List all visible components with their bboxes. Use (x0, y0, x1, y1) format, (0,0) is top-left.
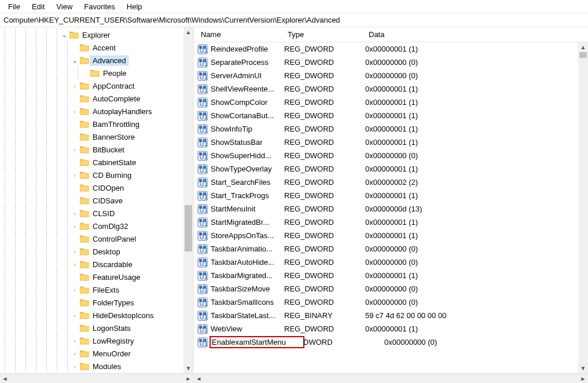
scroll-thumb[interactable] (579, 52, 587, 58)
tree-item[interactable]: ›LowRegistry (2, 334, 193, 347)
folder-icon (80, 120, 89, 128)
value-row[interactable]: ReindexedProfileREG_DWORD0x00000001 (1) (194, 42, 588, 56)
value-row[interactable]: ShowSuperHidd...REG_DWORD0x00000000 (0) (194, 149, 588, 162)
tree-item[interactable]: BannerStore (2, 130, 193, 143)
expand-icon[interactable]: ⌄ (71, 57, 78, 64)
menu-favorites[interactable]: Favorites (79, 1, 119, 12)
expand-icon[interactable]: › (71, 363, 78, 370)
value-data: 0x00000001 (1) (365, 85, 588, 93)
expand-icon[interactable]: › (71, 351, 78, 357)
menu-view[interactable]: View (52, 1, 77, 12)
tree-item[interactable]: ControlPanel (2, 232, 193, 245)
value-type: REG_DWORD (284, 245, 365, 253)
value-row[interactable]: Start_TrackProgsREG_DWORD0x00000001 (1) (194, 189, 588, 202)
value-row[interactable]: EnablexamlStartMenuDWORD0x00000000 (0) (194, 335, 588, 349)
expand-icon[interactable]: › (71, 261, 78, 268)
tree-item[interactable]: BamThrottling (2, 118, 193, 130)
tree-item[interactable]: ›ComDlg32 (2, 220, 193, 232)
value-row[interactable]: StoreAppsOnTas...REG_DWORD0x00000001 (1) (194, 229, 588, 242)
value-row[interactable]: TaskbarMigrated...REG_DWORD0x00000001 (1… (194, 269, 588, 282)
expand-icon[interactable]: › (71, 147, 78, 153)
value-row[interactable]: ShowStatusBarREG_DWORD0x00000001 (1) (194, 136, 588, 149)
expand-icon[interactable]: › (71, 83, 78, 89)
scroll-up-icon[interactable]: ▲ (578, 42, 588, 52)
scroll-up-icon[interactable]: ▲ (183, 27, 193, 37)
value-row[interactable]: Start_SearchFilesREG_DWORD0x00000002 (2) (194, 176, 588, 189)
value-row[interactable]: StartMenuInitREG_DWORD0x0000000d (13) (194, 202, 588, 216)
scroll-left-icon[interactable]: ◄ (194, 374, 204, 384)
value-type: REG_DWORD (284, 218, 365, 227)
tree-item[interactable]: ›CLSID (2, 207, 193, 220)
dword-icon (197, 217, 208, 228)
scroll-left-icon[interactable]: ◄ (0, 374, 10, 384)
scroll-down-icon[interactable]: ▼ (578, 363, 588, 373)
value-row[interactable]: ShowTypeOverlayREG_DWORD0x00000001 (1) (194, 162, 588, 176)
value-row[interactable]: ShowCompColorREG_DWORD0x00000001 (1) (194, 96, 588, 109)
tree-item[interactable]: CabinetState (2, 156, 193, 169)
tree-item[interactable]: People (2, 67, 193, 79)
expand-icon[interactable]: › (71, 249, 78, 255)
column-header-data[interactable]: Data (365, 30, 588, 39)
value-row[interactable]: ShowCortanaBut...REG_DWORD0x00000001 (1) (194, 109, 588, 122)
tree-item[interactable]: ›HideDesktopIcons (2, 309, 193, 322)
expand-icon[interactable]: › (71, 223, 78, 229)
tree-item[interactable]: LogonStats (2, 322, 193, 334)
tree-item[interactable]: ›AutoplayHandlers (2, 105, 193, 118)
dword-icon (197, 111, 208, 121)
value-row[interactable]: TaskbarAutoHide...REG_DWORD0x00000000 (0… (194, 256, 588, 269)
value-row[interactable]: SeparateProcessREG_DWORD0x00000000 (0) (194, 56, 588, 69)
menu-file[interactable]: File (3, 1, 25, 12)
expand-icon[interactable]: ⌄ (61, 32, 68, 38)
value-data: 0x00000000 (0) (384, 338, 588, 346)
tree-item[interactable]: ›AppContract (2, 79, 193, 92)
tree-item[interactable]: ›CD Burning (2, 169, 193, 181)
tree-item[interactable]: ›BitBucket (2, 143, 193, 156)
value-row[interactable]: StartMigratedBr...REG_DWORD0x00000001 (1… (194, 216, 588, 229)
tree-item[interactable]: ›MenuOrder (2, 347, 193, 360)
list-hscrollbar[interactable]: ◄ ► (194, 373, 588, 383)
value-row[interactable]: ShellViewReente...REG_DWORD0x00000001 (1… (194, 82, 588, 96)
value-row[interactable]: ServerAdminUIREG_DWORD0x00000000 (0) (194, 69, 588, 82)
value-row[interactable]: TaskbarSizeMoveREG_DWORD0x00000000 (0) (194, 282, 588, 296)
column-header-type[interactable]: Type (284, 30, 365, 39)
tree-vscrollbar[interactable]: ▲ ▼ (183, 27, 193, 373)
tree-item[interactable]: FeatureUsage (2, 271, 193, 283)
list-vscrollbar[interactable]: ▲ ▼ (578, 42, 588, 373)
folder-icon (80, 94, 89, 103)
scroll-right-icon[interactable]: ► (578, 374, 588, 384)
value-name[interactable]: EnablexamlStartMenu (211, 337, 303, 347)
expand-icon[interactable]: › (71, 287, 78, 293)
expand-icon[interactable]: › (71, 338, 78, 344)
tree-item[interactable]: ⌄Explorer (2, 28, 193, 41)
tree-item[interactable]: ›FileExts (2, 283, 193, 296)
tree-item[interactable]: ⌄Advanced (2, 54, 193, 67)
value-data: 0x00000001 (1) (365, 45, 588, 53)
scroll-down-icon[interactable]: ▼ (183, 363, 193, 373)
value-row[interactable]: ShowInfoTipREG_DWORD0x00000001 (1) (194, 122, 588, 136)
expand-icon[interactable]: › (71, 210, 78, 217)
tree-item[interactable]: ›Discardable (2, 258, 193, 271)
address-bar[interactable]: Computer\HKEY_CURRENT_USER\Software\Micr… (0, 13, 588, 27)
value-name: ShellViewReente... (211, 85, 284, 93)
value-row[interactable]: TaskbarAnimatio...REG_DWORD0x00000000 (0… (194, 242, 588, 256)
tree-item[interactable]: Accent (2, 41, 193, 54)
expand-icon[interactable]: › (71, 312, 78, 319)
tree-item[interactable]: AutoComplete (2, 92, 193, 105)
column-header-name[interactable]: Name (197, 30, 284, 39)
tree-item[interactable]: CIDSave (2, 194, 193, 207)
scroll-right-icon[interactable]: ► (183, 374, 193, 384)
expand-icon[interactable]: › (71, 172, 78, 178)
value-row[interactable]: TaskbarSmallIconsREG_DWORD0x00000000 (0) (194, 296, 588, 309)
menu-help[interactable]: Help (122, 1, 147, 12)
value-row[interactable]: WebViewREG_DWORD0x00000001 (1) (194, 322, 588, 335)
menu-edit[interactable]: Edit (27, 1, 49, 12)
scroll-thumb[interactable] (185, 205, 192, 251)
expand-icon[interactable]: › (71, 108, 78, 115)
tree-item[interactable]: FolderTypes (2, 296, 193, 309)
tree-hscrollbar[interactable]: ◄ ► (0, 373, 193, 383)
tree-item[interactable]: ›Desktop (2, 245, 193, 258)
folder-icon (80, 222, 89, 230)
tree-item[interactable]: CIDOpen (2, 181, 193, 194)
value-row[interactable]: TaskbarStateLast...REG_BINARY59 c7 4d 62… (194, 309, 588, 322)
tree-item[interactable]: ›Modules (2, 360, 193, 373)
